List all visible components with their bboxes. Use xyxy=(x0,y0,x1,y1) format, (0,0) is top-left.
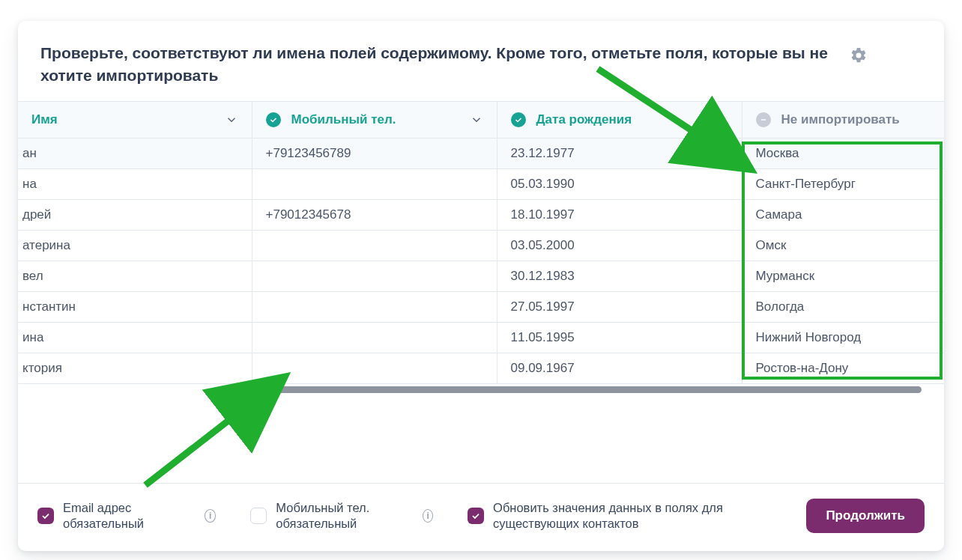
table-cell: Нижний Новгород xyxy=(742,322,944,353)
minus-circle-icon xyxy=(756,112,771,127)
info-icon[interactable]: i xyxy=(205,509,216,523)
table-cell: Москва xyxy=(742,138,944,168)
column-header-name[interactable]: Имя xyxy=(18,101,252,138)
scrollbar-thumb[interactable] xyxy=(252,386,922,393)
table-cell: ктория xyxy=(18,353,252,383)
table-row: вел30.12.1983Мурманск xyxy=(18,261,944,291)
table-cell: вел xyxy=(18,261,252,291)
table-cell: 05.03.1990 xyxy=(497,168,742,199)
option-label: Email адрес обязательный xyxy=(63,500,191,531)
card-header: Проверьте, соответствуют ли имена полей … xyxy=(18,21,944,101)
column-header-label: Имя xyxy=(31,112,225,127)
table-cell: Самара xyxy=(742,199,944,230)
table-header-row: Имя Мобильный тел. xyxy=(18,101,944,138)
table-cell: 30.12.1983 xyxy=(497,261,742,291)
table-cell: дрей xyxy=(18,199,252,230)
chevron-down-icon xyxy=(225,113,238,127)
table-cell: 18.10.1997 xyxy=(497,199,742,230)
table-row: дрей+7901234567818.10.1997Самара xyxy=(18,199,944,230)
mapping-table-wrap: Имя Мобильный тел. xyxy=(18,101,944,395)
table-cell xyxy=(252,353,497,383)
chevron-down-icon xyxy=(470,113,483,127)
footer-bar: Email адрес обязательный i Мобильный тел… xyxy=(18,483,944,551)
table-cell: ан xyxy=(18,138,252,168)
table-row: нстантин27.05.1997Вологда xyxy=(18,291,944,322)
table-cell: Вологда xyxy=(742,291,944,322)
continue-button[interactable]: Продолжить xyxy=(806,499,925,533)
table-cell: 27.05.1997 xyxy=(497,291,742,322)
table-row: ктория09.09.1967Ростов-на-Дону xyxy=(18,353,944,383)
column-header-noimport[interactable]: Не импортировать xyxy=(742,101,944,138)
check-circle-icon xyxy=(266,112,281,127)
table-cell xyxy=(252,322,497,353)
option-label: Обновить значения данных в полях для сущ… xyxy=(493,500,737,531)
table-cell: 11.05.1995 xyxy=(497,322,742,353)
check-circle-icon xyxy=(511,112,526,127)
table-cell: Мурманск xyxy=(742,261,944,291)
option-phone-required[interactable]: Мобильный тел. обязательный i xyxy=(250,500,433,531)
table-cell: нстантин xyxy=(18,291,252,322)
option-email-required[interactable]: Email адрес обязательный i xyxy=(37,500,216,531)
column-header-label: Не импортировать xyxy=(781,112,931,127)
column-header-phone[interactable]: Мобильный тел. xyxy=(252,101,497,138)
table-cell: Ростов-на-Дону xyxy=(742,353,944,383)
table-cell: Санкт-Петербург xyxy=(742,168,944,199)
table-row: на05.03.1990Санкт-Петербург xyxy=(18,168,944,199)
option-label: Мобильный тел. обязательный xyxy=(276,500,409,531)
table-cell: 09.09.1967 xyxy=(497,353,742,383)
table-cell: +79012345678 xyxy=(252,199,497,230)
table-cell xyxy=(252,230,497,261)
page-title: Проверьте, соответствуют ли имена полей … xyxy=(40,42,850,88)
column-header-dob[interactable]: Дата рождения xyxy=(497,101,742,138)
column-header-label: Дата рождения xyxy=(536,112,715,127)
info-icon[interactable]: i xyxy=(423,509,433,523)
table-cell: 03.05.2000 xyxy=(497,230,742,261)
table-cell: +79123456789 xyxy=(252,138,497,168)
mapping-table: Имя Мобильный тел. xyxy=(18,101,944,384)
checkbox-checked-icon[interactable] xyxy=(468,508,484,524)
option-update-existing[interactable]: Обновить значения данных в полях для сущ… xyxy=(468,500,737,531)
table-row: атерина03.05.2000Омск xyxy=(18,230,944,261)
gear-icon[interactable] xyxy=(850,46,868,64)
table-row: ина11.05.1995Нижний Новгород xyxy=(18,322,944,353)
chevron-down-icon xyxy=(715,113,728,127)
table-cell xyxy=(252,168,497,199)
import-mapping-card: Проверьте, соответствуют ли имена полей … xyxy=(18,21,944,551)
table-cell: Омск xyxy=(742,230,944,261)
table-cell: на xyxy=(18,168,252,199)
table-cell xyxy=(252,291,497,322)
svg-line-2 xyxy=(145,380,280,485)
checkbox-checked-icon[interactable] xyxy=(37,508,54,524)
table-cell: ина xyxy=(18,322,252,353)
table-cell: атерина xyxy=(18,230,252,261)
table-row: ан+7912345678923.12.1977Москва xyxy=(18,138,944,168)
column-header-label: Мобильный тел. xyxy=(291,112,470,127)
table-cell xyxy=(252,261,497,291)
table-cell: 23.12.1977 xyxy=(497,138,742,168)
horizontal-scrollbar[interactable] xyxy=(27,384,935,395)
checkbox-unchecked-icon[interactable] xyxy=(250,508,267,524)
